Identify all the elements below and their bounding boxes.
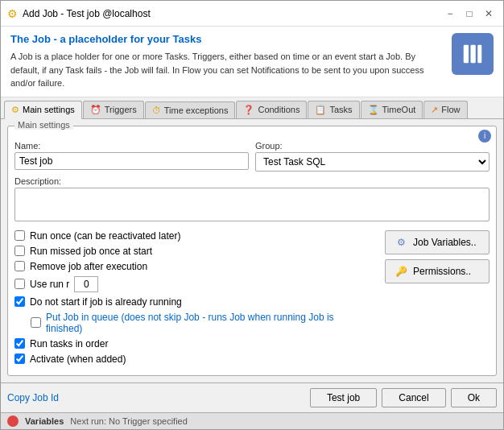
- tabs-bar: ⚙ Main settings ⏰ Triggers ⏱ Time except…: [1, 97, 503, 119]
- conditions-tab-label: Conditions: [258, 105, 300, 114]
- description-input[interactable]: [14, 188, 490, 221]
- no-start-label: Do not start if job is already running: [30, 296, 182, 308]
- svg-rect-0: [464, 45, 469, 64]
- job-variables-icon: ⚙: [394, 235, 408, 250]
- timeout-tab-label: TimeOut: [382, 105, 416, 114]
- tab-time-exceptions[interactable]: ⏱ Time exceptions: [145, 101, 236, 118]
- run-once-checkbox[interactable]: [14, 230, 25, 241]
- header-title: The Job - a placeholder for your Tasks: [10, 33, 442, 45]
- permissions-button[interactable]: 🔑 Permissions..: [385, 259, 490, 283]
- tasks-tab-label: Tasks: [329, 105, 352, 114]
- svg-rect-2: [477, 45, 481, 64]
- run-once-row: Run once (can be reactivated later): [14, 230, 369, 242]
- no-start-checkbox[interactable]: [14, 296, 25, 307]
- timeout-tab-icon: ⌛: [368, 105, 379, 115]
- time-exceptions-tab-icon: ⏱: [152, 105, 161, 115]
- group-field: Group: Test Task SQL Default Group 1: [255, 141, 490, 172]
- group-box-title: Main settings: [14, 120, 73, 130]
- footer-right: Test job Cancel Ok: [310, 388, 497, 407]
- put-queue-label: Put Job in queue (does not skip Job - ru…: [46, 312, 369, 334]
- tab-triggers[interactable]: ⏰ Triggers: [83, 101, 144, 118]
- no-start-row: Do not start if job is already running: [14, 296, 369, 308]
- title-controls: − □ ✕: [442, 6, 497, 22]
- permissions-label: Permissions..: [413, 266, 471, 277]
- flow-tab-icon: ↗: [431, 105, 438, 115]
- remove-after-row: Remove job after execution: [14, 261, 369, 272]
- description-label: Description:: [14, 176, 490, 186]
- checkboxes-section: Run once (can be reactivated later) Run …: [14, 230, 490, 365]
- window-icon: ⚙: [7, 7, 18, 20]
- name-field: Name:: [14, 141, 249, 170]
- main-window: ⚙ Add Job - Test job @localhost − □ ✕ Th…: [0, 0, 504, 430]
- main-settings-tab-icon: ⚙: [11, 105, 19, 115]
- use-run-input[interactable]: [74, 276, 98, 292]
- run-missed-label: Run missed job once at start: [30, 246, 152, 257]
- triggers-tab-icon: ⏰: [90, 105, 101, 115]
- header-icon: [452, 33, 494, 75]
- run-once-label: Run once (can be reactivated later): [30, 230, 180, 242]
- tab-flow[interactable]: ↗ Flow: [423, 101, 467, 118]
- conditions-tab-icon: ❓: [243, 105, 254, 115]
- title-bar-left: ⚙ Add Job - Test job @localhost: [7, 7, 151, 20]
- tab-timeout[interactable]: ⌛ TimeOut: [361, 101, 423, 118]
- remove-after-label: Remove job after execution: [30, 261, 147, 272]
- title-bar: ⚙ Add Job - Test job @localhost − □ ✕: [1, 1, 503, 27]
- group-label: Group:: [255, 141, 490, 151]
- job-variables-label: Job Variables..: [413, 237, 477, 248]
- use-run-row: Use run r: [14, 276, 369, 292]
- test-job-button[interactable]: Test job: [310, 388, 377, 407]
- copy-job-link[interactable]: Copy Job Id: [7, 392, 59, 403]
- tab-main-settings[interactable]: ⚙ Main settings: [4, 101, 82, 119]
- put-queue-row: Put Job in queue (does not skip Job - ru…: [31, 312, 369, 334]
- triggers-tab-label: Triggers: [105, 105, 137, 114]
- minimize-button[interactable]: −: [442, 6, 458, 22]
- status-bar: Variables Next run: No Trigger specified: [1, 412, 503, 429]
- tab-tasks[interactable]: 📋 Tasks: [308, 101, 359, 118]
- maximize-button[interactable]: □: [461, 6, 477, 22]
- content-area: Main settings i Name: Group: Test Task S…: [1, 119, 503, 383]
- activate-label: Activate (when added): [30, 354, 126, 365]
- svg-rect-1: [471, 45, 476, 64]
- group-select[interactable]: Test Task SQL Default Group 1: [255, 152, 490, 172]
- run-tasks-order-label: Run tasks in order: [30, 338, 108, 349]
- cancel-button[interactable]: Cancel: [382, 388, 445, 407]
- run-tasks-order-row: Run tasks in order: [14, 338, 369, 349]
- permissions-icon: 🔑: [394, 264, 408, 279]
- main-settings-tab-label: Main settings: [23, 105, 75, 114]
- tasks-tab-icon: 📋: [315, 105, 326, 115]
- run-tasks-order-checkbox[interactable]: [14, 338, 25, 349]
- main-settings-group: Main settings i Name: Group: Test Task S…: [7, 126, 497, 376]
- put-queue-checkbox[interactable]: [31, 317, 41, 328]
- header-text-area: The Job - a placeholder for your Tasks A…: [10, 33, 442, 90]
- footer-buttons: Copy Job Id Test job Cancel Ok: [1, 382, 503, 412]
- close-button[interactable]: ✕: [481, 6, 497, 22]
- description-container: [14, 188, 490, 224]
- tab-conditions[interactable]: ❓ Conditions: [236, 101, 307, 118]
- window-title: Add Job - Test job @localhost: [23, 8, 151, 19]
- info-icon[interactable]: i: [478, 130, 491, 143]
- status-label: Variables: [25, 416, 64, 426]
- status-next-run: Next run: No Trigger specified: [70, 416, 188, 426]
- ok-button[interactable]: Ok: [451, 388, 497, 407]
- use-run-checkbox[interactable]: [14, 279, 25, 289]
- name-label: Name:: [14, 141, 249, 151]
- header-section: The Job - a placeholder for your Tasks A…: [1, 27, 503, 97]
- activate-row: Activate (when added): [14, 354, 369, 365]
- header-description: A Job is a place holder for one or more …: [10, 50, 442, 90]
- status-indicator: [7, 416, 19, 427]
- time-exceptions-tab-label: Time exceptions: [164, 105, 229, 115]
- run-missed-checkbox[interactable]: [14, 246, 25, 256]
- name-group-row: Name: Group: Test Task SQL Default Group…: [14, 141, 490, 172]
- job-variables-button[interactable]: ⚙ Job Variables..: [385, 230, 490, 254]
- activate-checkbox[interactable]: [14, 354, 25, 364]
- name-input[interactable]: [14, 152, 249, 170]
- flow-tab-label: Flow: [441, 105, 460, 114]
- use-run-label: Use run r: [30, 279, 69, 290]
- side-buttons: ⚙ Job Variables.. 🔑 Permissions..: [385, 230, 490, 283]
- remove-after-checkbox[interactable]: [14, 261, 25, 271]
- run-missed-row: Run missed job once at start: [14, 246, 369, 257]
- description-field: Description:: [14, 176, 490, 224]
- group-box-info: i: [478, 130, 491, 143]
